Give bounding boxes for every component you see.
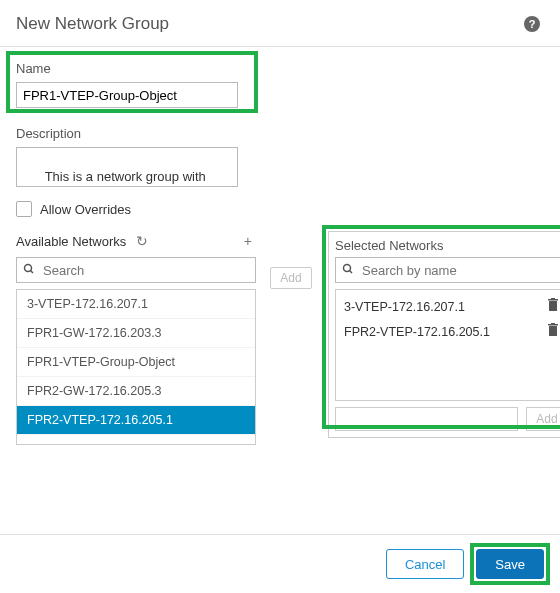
selected-search[interactable] [335, 257, 560, 283]
selected-item: 3-VTEP-172.16.207.1 [336, 294, 560, 319]
add-network-icon[interactable]: + [240, 231, 256, 251]
dialog-header: New Network Group ? [0, 0, 560, 47]
name-label: Name [16, 61, 544, 76]
available-networks-header: Available Networks [16, 234, 126, 249]
selected-search-input[interactable] [360, 262, 560, 279]
trash-icon[interactable] [547, 323, 559, 340]
svg-rect-6 [551, 298, 555, 300]
svg-rect-7 [549, 326, 557, 336]
selected-list: 3-VTEP-172.16.207.1FPR2-VTEP-172.16.205.… [335, 289, 560, 401]
selected-item-label: FPR2-VTEP-172.16.205.1 [344, 325, 490, 339]
available-item[interactable]: FTD1-GW1-172.16.203.2 [17, 435, 255, 445]
description-input[interactable]: This is a network group with VTEP group … [16, 147, 238, 187]
description-text-line1: This is a network group with [45, 169, 206, 184]
selected-item: FPR2-VTEP-172.16.205.1 [336, 319, 560, 344]
available-search-input[interactable] [41, 262, 249, 279]
selected-item-label: 3-VTEP-172.16.207.1 [344, 300, 465, 314]
name-input[interactable] [16, 82, 238, 108]
selected-add-input[interactable] [335, 407, 518, 431]
search-icon [23, 263, 35, 278]
available-item[interactable]: FPR2-VTEP-172.16.205.1 [17, 406, 255, 435]
svg-point-2 [344, 264, 351, 271]
allow-overrides-label: Allow Overrides [40, 202, 131, 217]
search-icon [342, 263, 354, 278]
selected-add-button[interactable]: Add [526, 407, 560, 431]
available-item[interactable]: FPR1-GW-172.16.203.3 [17, 319, 255, 348]
svg-line-1 [31, 270, 34, 273]
allow-overrides-checkbox[interactable] [16, 201, 32, 217]
refresh-icon[interactable]: ↻ [132, 231, 152, 251]
save-button[interactable]: Save [476, 549, 544, 579]
svg-rect-9 [551, 323, 555, 325]
allow-overrides-row[interactable]: Allow Overrides [16, 201, 544, 217]
svg-rect-4 [549, 301, 557, 311]
available-item[interactable]: 3-VTEP-172.16.207.1 [17, 290, 255, 319]
svg-point-0 [25, 264, 32, 271]
selected-networks-header: Selected Networks [335, 238, 560, 253]
dialog-title: New Network Group [16, 14, 169, 34]
available-item[interactable]: FPR2-GW-172.16.205.3 [17, 377, 255, 406]
description-label: Description [16, 126, 544, 141]
svg-line-3 [350, 270, 353, 273]
dialog-footer: Cancel Save [0, 534, 560, 593]
trash-icon[interactable] [547, 298, 559, 315]
available-list: 3-VTEP-172.16.207.1FPR1-GW-172.16.203.3F… [16, 289, 256, 445]
available-search[interactable] [16, 257, 256, 283]
add-button[interactable]: Add [270, 267, 312, 289]
help-icon[interactable]: ? [524, 16, 540, 32]
available-item[interactable]: FPR1-VTEP-Group-Object [17, 348, 255, 377]
cancel-button[interactable]: Cancel [386, 549, 464, 579]
